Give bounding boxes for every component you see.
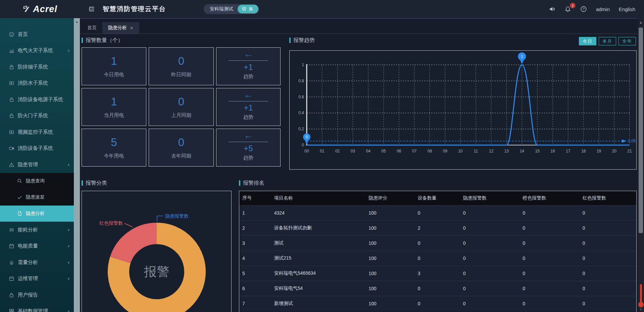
table-cell: 4 (239, 256, 271, 261)
svg-text:17: 17 (566, 149, 571, 153)
table-header-cell: 隐患报警数 (460, 195, 519, 201)
table-cell: 安科瑞电气5465634 (271, 270, 366, 276)
table-row[interactable]: 2设备拓扑测试勿删1002000 (239, 220, 636, 235)
alarm-count-cards: 1今日用电0昨日同期+--+1趋势1当月用电0上月同期+--+1趋势5今年用电0… (82, 47, 281, 167)
bell-icon[interactable]: 2 (564, 6, 571, 12)
table-cell: 0 (415, 210, 460, 216)
range-button-今日[interactable]: 今日 (579, 37, 596, 45)
calendar-icon (9, 276, 14, 281)
table-row[interactable]: 5安科瑞电气54656341003000 (239, 266, 636, 281)
chevron-up-icon: ∧ (67, 163, 70, 167)
sidebar-item-能耗分析[interactable]: 能耗分析∨ (0, 222, 74, 238)
section-title-alarm-ranking: 报警排名 (239, 180, 264, 186)
sidebar-item-需量分析[interactable]: 需量分析∨ (0, 254, 74, 271)
scrollbar-thumb[interactable] (639, 28, 643, 233)
sidebar-item-label: 基础数据管理 (18, 308, 48, 312)
grid-icon (9, 308, 14, 312)
svg-text:07: 07 (412, 149, 417, 153)
help-icon[interactable]: ? (580, 6, 587, 12)
table-row[interactable]: 143241000000 (239, 205, 636, 220)
range-button-全年[interactable]: 全年 (618, 37, 636, 45)
sidebar-item-防火门子系统[interactable]: 防火门子系统 (0, 108, 74, 124)
trend-label: 趋势 (243, 74, 253, 80)
svg-text:08: 08 (428, 149, 432, 153)
sidebar-item-电能质量[interactable]: 电能质量∨ (0, 238, 74, 255)
table-row[interactable]: 4测试2151000000 (239, 251, 636, 266)
page-title: 智慧消防管理云平台 (103, 5, 166, 13)
table-cell: 0 (415, 286, 460, 291)
switch-tenant-button[interactable]: 切 换 (238, 5, 258, 13)
sidebar-item-label: 能耗分析 (18, 227, 38, 233)
close-icon[interactable]: ✕ (130, 26, 134, 31)
svg-text:16: 16 (550, 149, 555, 153)
table-cell: 设备拓扑测试勿删 (271, 225, 366, 231)
search-icon (17, 178, 22, 184)
stat-card: 0去年同期 (149, 129, 214, 167)
stat-card: 1今日用电 (82, 47, 146, 85)
sidebar-item-消防设备子系统[interactable]: 消防设备子系统 (0, 140, 74, 157)
svg-text:0.05: 0.05 (628, 139, 636, 143)
menu-collapse-icon[interactable] (88, 5, 95, 13)
sidebar-item-label: 防火门子系统 (18, 113, 48, 119)
sidebar-item-隐患查询[interactable]: 隐患查询 (0, 173, 74, 189)
sidebar-item-隐患派发[interactable]: 隐患派发 (0, 189, 74, 206)
trend-label: 趋势 (243, 155, 253, 161)
sidebar-scrollbar[interactable]: ▲ (74, 18, 80, 312)
stat-value: 0 (178, 55, 184, 68)
sidebar-item-label: 用户报告 (18, 292, 38, 298)
svg-text:15: 15 (535, 149, 540, 153)
sidebar-item-基础数据管理[interactable]: 基础数据管理∨ (0, 303, 74, 312)
tab-首页[interactable]: 首页 (82, 22, 102, 34)
stat-label: 今年用电 (104, 153, 124, 159)
user-menu[interactable]: admin (596, 6, 610, 12)
svg-text:?: ? (583, 7, 585, 11)
sidebar-item-消防水子系统[interactable]: 消防水子系统 (0, 75, 74, 92)
svg-text:09: 09 (443, 149, 448, 153)
sidebar-item-隐患分析[interactable]: 隐患分析 (0, 206, 74, 222)
range-button-本月[interactable]: 本月 (599, 37, 616, 45)
table-cell: 100 (365, 240, 415, 246)
sidebar-item-首页[interactable]: 首页 (0, 26, 74, 43)
title-accent-bar (82, 180, 83, 186)
table-row[interactable]: 7新增测试1000000 (239, 296, 636, 311)
svg-text:隐患报警数: 隐患报警数 (165, 213, 189, 219)
stat-label: 去年同期 (171, 153, 191, 159)
sidebar-item-运维管理[interactable]: 运维管理∨ (0, 271, 74, 287)
scroll-up-icon[interactable]: ▲ (74, 18, 80, 24)
sidebar-item-消防设备电源子系统[interactable]: 消防设备电源子系统 (0, 91, 74, 108)
sidebar-item-label: 防排烟子系统 (18, 64, 48, 70)
table-cell: 0 (519, 286, 580, 291)
table-cell: 0 (580, 256, 636, 261)
table-row[interactable]: 6安科瑞电气541000000 (239, 281, 636, 296)
page-scrollbar[interactable]: ▲ ▼ (638, 18, 644, 312)
trend-card: +--+1趋势 (216, 47, 281, 85)
table-cell: 0 (580, 271, 636, 276)
sidebar-item-视频监控子系统[interactable]: 视频监控子系统 (0, 124, 74, 140)
sidebar-item-label: 视频监控子系统 (18, 129, 53, 135)
table-cell: 2 (415, 225, 460, 231)
scroll-down-icon[interactable]: ▼ (638, 308, 644, 311)
stat-label: 上月同期 (171, 112, 191, 119)
sidebar-item-隐患管理[interactable]: 隐患管理∧ (0, 157, 74, 173)
svg-text:19: 19 (597, 149, 601, 153)
tab-隐患分析[interactable]: 隐患分析✕ (102, 22, 139, 34)
table-cell: 4324 (271, 210, 366, 216)
scroll-up-icon[interactable]: ▲ (638, 20, 644, 24)
svg-text:20: 20 (612, 149, 617, 153)
sidebar-item-防排烟子系统[interactable]: 防排烟子系统 (0, 59, 74, 75)
sidebar-item-用户报告[interactable]: 用户报告 (0, 287, 74, 303)
table-row[interactable]: 3测试1000000 (239, 235, 636, 251)
speaker-icon[interactable] (549, 6, 555, 12)
stat-card: 0昨日同期 (149, 47, 214, 85)
header-actions: 2 ? admin English (549, 6, 635, 12)
table-cell: 0 (519, 271, 580, 276)
trend-range-buttons: 今日本月全年 (579, 37, 636, 45)
camera-icon (9, 145, 14, 151)
language-switch[interactable]: English (619, 6, 635, 12)
sidebar-item-电气火灾子系统[interactable]: 电气火灾子系统∨ (0, 43, 74, 59)
table-cell: 0 (415, 256, 460, 261)
tab-label: 首页 (87, 25, 97, 31)
table-cell: 0 (580, 240, 636, 246)
sidebar-item-label: 运维管理 (18, 275, 38, 282)
table-cell: 7 (239, 301, 271, 306)
